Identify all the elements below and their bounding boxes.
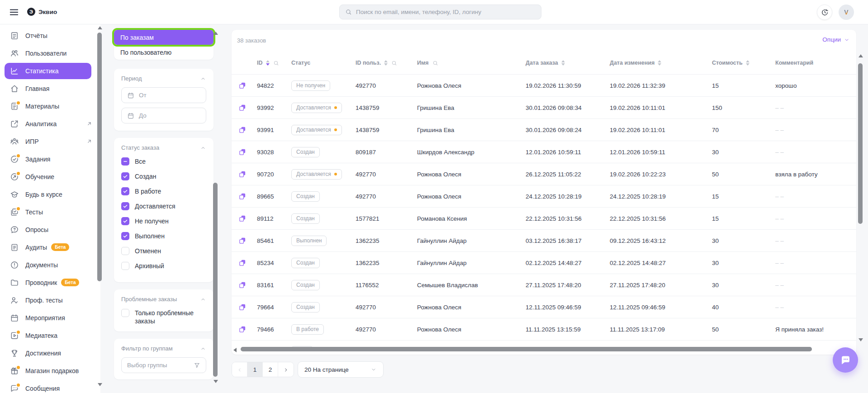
top-bar: Э Эквио V <box>0 0 868 24</box>
tab-by-orders[interactable]: По заказам <box>114 30 213 45</box>
date-to-input[interactable]: До <box>121 108 206 123</box>
copy-icon[interactable] <box>238 237 247 245</box>
column-header-order-date[interactable]: Дата заказа <box>522 60 606 66</box>
status-filter-delivering[interactable]: Доставляется <box>121 201 206 216</box>
copy-icon[interactable] <box>238 192 247 200</box>
table-vertical-scrollbar[interactable] <box>858 63 863 224</box>
status-filter-canceled[interactable]: Отменен <box>121 246 206 261</box>
status-filter-in-progress[interactable]: В работе <box>121 186 206 201</box>
copy-icon[interactable] <box>238 214 247 223</box>
sidebar-item-polls[interactable]: Опросы <box>0 221 100 238</box>
status-filter-done[interactable]: Выполнен <box>121 231 206 246</box>
status-dot <box>334 128 337 131</box>
sidebar-item-learning[interactable]: Обучение <box>0 168 100 185</box>
logo[interactable]: Э Эквио <box>27 8 57 16</box>
status-filter-all[interactable]: Все <box>121 156 206 171</box>
sidebar-item-gifts[interactable]: Магазин подарков <box>0 362 100 379</box>
sidebar-item-events[interactable]: Мероприятия <box>0 309 100 327</box>
chevron-up-icon[interactable] <box>200 76 206 82</box>
column-header-name[interactable]: Имя <box>413 60 522 66</box>
avatar[interactable]: V <box>839 5 854 20</box>
sidebar-scroll-up-arrow[interactable] <box>98 26 102 29</box>
sidebar-scroll-down-arrow[interactable] <box>98 383 102 386</box>
table-header: IDСтатусID польз.ИмяДата заказаДата изме… <box>232 55 850 71</box>
column-search-icon[interactable] <box>432 60 438 66</box>
page-size-select[interactable]: 20 На странице <box>298 361 384 378</box>
column-header-id[interactable]: ID <box>253 60 288 66</box>
filters-scroll-up-arrow[interactable] <box>213 32 218 35</box>
copy-icon[interactable] <box>238 81 247 90</box>
chevron-up-icon[interactable] <box>200 296 206 303</box>
filters-scroll-down-arrow[interactable] <box>213 380 218 383</box>
column-header-change-date[interactable]: Дата изменения <box>606 60 708 66</box>
date-from-input[interactable]: От <box>121 87 206 103</box>
problem-orders-title: Проблемные заказы <box>121 296 177 303</box>
status-filter-not-received[interactable]: Не получен <box>121 216 206 231</box>
sidebar-scrollbar[interactable] <box>97 33 102 281</box>
sidebar-item-course[interactable]: Будь в курсе <box>0 185 100 203</box>
group-select[interactable]: Выбор группы <box>121 357 206 373</box>
sidebar-item-tests[interactable]: Тесты <box>0 203 100 221</box>
history-button[interactable] <box>817 5 832 20</box>
prev-page-button[interactable] <box>232 362 247 377</box>
sidebar-item-reports[interactable]: Отчёты <box>0 27 100 44</box>
status-filter-archived[interactable]: Архивный <box>121 261 206 276</box>
sidebar-item-achievements[interactable]: Достижения <box>0 344 100 362</box>
sidebar-item-tasks[interactable]: Задания <box>0 150 100 168</box>
column-header-cost[interactable]: Стоимость <box>708 60 772 66</box>
sort-icon[interactable] <box>384 60 388 66</box>
cost-cell: 40 <box>708 304 772 311</box>
sidebar-item-explorer[interactable]: ПроводникБета <box>0 274 100 291</box>
page-button-1[interactable]: 1 <box>247 362 263 377</box>
column-header-comment[interactable]: Комментарий <box>772 60 850 66</box>
sort-icon[interactable] <box>561 60 565 66</box>
table-scroll-down-arrow[interactable] <box>859 338 863 341</box>
column-search-icon[interactable] <box>391 60 397 66</box>
sort-icon[interactable] <box>266 60 270 66</box>
copy-icon[interactable] <box>238 104 247 112</box>
menu-icon[interactable] <box>9 7 19 17</box>
home-icon <box>10 84 19 93</box>
sidebar-item-messages[interactable]: Сообщения <box>0 379 100 393</box>
sidebar-item-audits[interactable]: АудитыБета <box>0 238 100 256</box>
status-filter-created[interactable]: Создан <box>121 171 206 186</box>
chat-button[interactable] <box>833 347 858 373</box>
sidebar-item-documents[interactable]: Документы <box>0 256 100 274</box>
table-horizontal-scrollbar[interactable] <box>241 347 812 351</box>
sort-icon[interactable] <box>746 60 749 66</box>
sidebar-item-analytics[interactable]: Аналитика <box>0 115 100 133</box>
options-button[interactable]: Опции <box>822 36 850 43</box>
sort-icon[interactable] <box>658 60 661 66</box>
filters-scrollbar[interactable] <box>213 183 218 377</box>
copy-icon[interactable] <box>238 303 247 311</box>
tab-by-user[interactable]: По пользователю <box>114 45 213 60</box>
chevron-up-icon[interactable] <box>200 145 206 151</box>
copy-icon[interactable] <box>238 281 247 289</box>
copy-icon[interactable] <box>238 148 247 156</box>
sidebar-item-home[interactable]: Главная <box>0 80 100 97</box>
search-input[interactable] <box>356 9 536 15</box>
sidebar-item-media[interactable]: Медиатека <box>0 327 100 344</box>
table-scroll-left-arrow[interactable] <box>233 348 237 352</box>
page-button-2[interactable]: 2 <box>263 362 278 377</box>
copy-icon[interactable] <box>238 170 247 178</box>
sidebar-item-materials[interactable]: Материалы <box>0 97 100 115</box>
sidebar-item-statistics[interactable]: Статистика <box>5 63 91 79</box>
filter-only-problem[interactable]: Только проблемные заказы <box>121 308 206 325</box>
sidebar-item-proftests[interactable]: Проф. тесты <box>0 291 100 309</box>
learning-icon <box>10 172 19 181</box>
tasks-icon <box>10 155 19 164</box>
table-row: 79664Создан492770Рожнова Олеся12.11.2025… <box>232 296 856 318</box>
sidebar-item-users[interactable]: Пользователи <box>0 44 100 62</box>
chevron-up-icon[interactable] <box>200 346 206 352</box>
copy-icon[interactable] <box>238 259 247 267</box>
column-header-status[interactable]: Статус <box>288 60 352 66</box>
copy-icon[interactable] <box>238 325 247 333</box>
sidebar-item-ipr[interactable]: ИПР <box>0 133 100 150</box>
column-search-icon[interactable] <box>273 60 279 66</box>
copy-icon[interactable] <box>238 126 247 134</box>
column-header-user-id[interactable]: ID польз. <box>352 60 413 66</box>
table-scroll-up-arrow[interactable] <box>859 54 863 57</box>
period-title: Период <box>121 75 142 82</box>
next-page-button[interactable] <box>278 362 294 377</box>
